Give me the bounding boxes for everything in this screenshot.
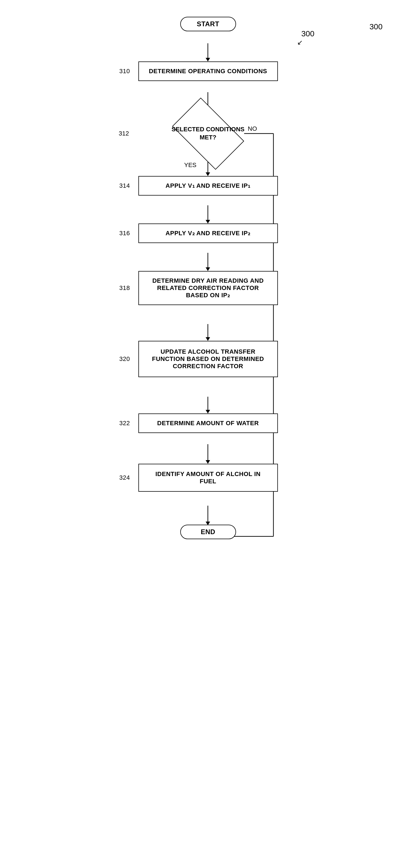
step-322-label: 322 bbox=[119, 420, 130, 427]
diagram-container: 300 bbox=[0, 0, 416, 868]
step-320-container: 320 UPDATE ALCOHOL TRANSFER FUNCTION BAS… bbox=[138, 341, 278, 377]
svg-text:YES: YES bbox=[184, 161, 197, 168]
start-node: START bbox=[180, 17, 236, 31]
step-316-label: 316 bbox=[119, 230, 130, 237]
step-320-text: UPDATE ALCOHOL TRANSFER FUNCTION BASED O… bbox=[147, 348, 269, 370]
step-316-container: 316 APPLY V₂ AND RECEIVE IP₂ bbox=[138, 223, 278, 243]
step-324-container: 324 IDENTIFY AMOUNT OF ALCHOL IN FUEL bbox=[138, 464, 278, 492]
step-310-label: 310 bbox=[119, 68, 130, 75]
step-316-text: APPLY V₂ AND RECEIVE IP₂ bbox=[166, 230, 250, 237]
step-318-text: DETERMINE DRY AIR READING AND RELATED CO… bbox=[147, 277, 269, 299]
svg-marker-5 bbox=[206, 173, 210, 176]
start-label: START bbox=[197, 20, 219, 28]
step-314-text: APPLY V₁ AND RECEIVE IP₁ bbox=[166, 182, 250, 189]
step-312-label: 312 bbox=[119, 130, 129, 137]
step-312-text: SELECTED CONDITIONS MET? bbox=[172, 126, 245, 141]
step-322-text: DETERMINE AMOUNT OF WATER bbox=[157, 420, 258, 427]
end-label: END bbox=[201, 528, 215, 536]
step-310-container: 310 DETERMINE OPERATING CONDITIONS bbox=[138, 61, 278, 81]
svg-text:300: 300 bbox=[301, 29, 314, 38]
svg-marker-11 bbox=[206, 220, 210, 223]
step-322-container: 322 DETERMINE AMOUNT OF WATER bbox=[138, 413, 278, 433]
svg-marker-13 bbox=[206, 267, 210, 271]
step-324-text: IDENTIFY AMOUNT OF ALCHOL IN FUEL bbox=[147, 470, 269, 485]
svg-marker-17 bbox=[206, 410, 210, 413]
end-node: END bbox=[180, 525, 236, 539]
step-318-container: 318 DETERMINE DRY AIR READING AND RELATE… bbox=[138, 271, 278, 305]
step-324-label: 324 bbox=[119, 474, 130, 482]
step-312-container: 312 SELECTED CONDITIONS MET? bbox=[138, 108, 278, 159]
step-314-container: 314 APPLY V₁ AND RECEIVE IP₁ bbox=[138, 176, 278, 195]
figure-number: 300 bbox=[370, 22, 383, 31]
svg-marker-1 bbox=[206, 58, 210, 61]
svg-marker-19 bbox=[206, 460, 210, 464]
svg-marker-15 bbox=[206, 337, 210, 341]
svg-text:↙: ↙ bbox=[297, 38, 303, 46]
step-314-label: 314 bbox=[119, 182, 130, 189]
step-318-label: 318 bbox=[119, 284, 130, 292]
step-320-label: 320 bbox=[119, 355, 130, 363]
step-310-text: DETERMINE OPERATING CONDITIONS bbox=[149, 68, 267, 75]
